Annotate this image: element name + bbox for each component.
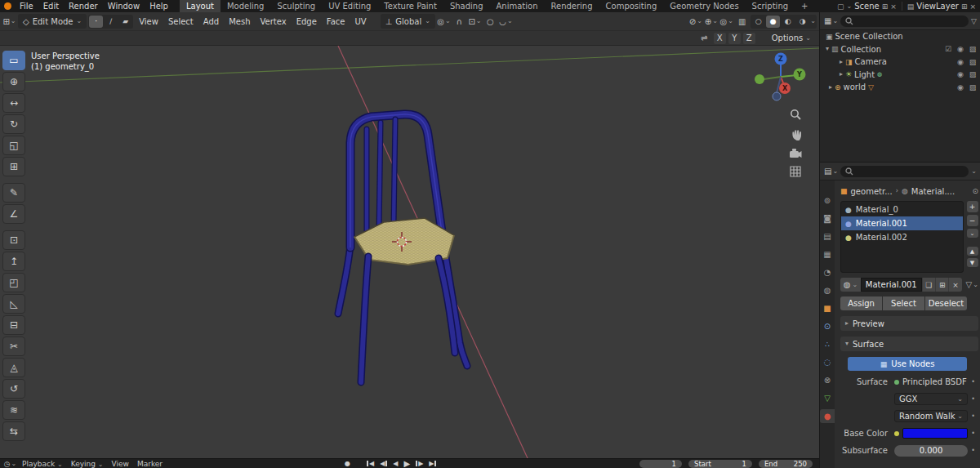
menu-timeline-view[interactable]: View	[109, 460, 132, 468]
move-slot-up-button[interactable]: ▲	[967, 247, 978, 256]
outliner-row-light[interactable]: ▸ ☀ Light ◍ ◉ ▨	[820, 69, 980, 82]
mode-selector[interactable]: ◇ Edit Mode ⌄	[18, 14, 87, 29]
tab-world[interactable]: ◍	[820, 283, 835, 297]
workspace-tab-compositing[interactable]: Compositing	[599, 0, 664, 12]
new-viewlayer-icon[interactable]: ⊞	[961, 2, 968, 11]
cursor-tool[interactable]: ⊕	[2, 72, 25, 91]
measure-tool[interactable]: ∠	[2, 204, 25, 224]
unlink-button[interactable]: ×	[948, 278, 961, 292]
viewlayer-selector[interactable]: ViewLayer	[916, 2, 959, 11]
pan-hand-button[interactable]	[786, 124, 805, 144]
select-button[interactable]: Select	[883, 296, 924, 310]
current-frame-field[interactable]: 1	[639, 460, 682, 468]
prev-keyframe-button[interactable]: ◀	[380, 460, 387, 467]
menu-file[interactable]: File	[15, 0, 38, 12]
solid-shading-button[interactable]: ●	[766, 16, 780, 28]
scene-icon[interactable]: ▢	[837, 2, 844, 11]
visibility-dropdown-button[interactable]: ⊘⌄	[688, 15, 702, 29]
next-keyframe-button[interactable]: ▶	[416, 460, 423, 467]
menu-view[interactable]: View	[135, 17, 163, 26]
workspace-tab-animation[interactable]: Animation	[490, 0, 545, 12]
extrude-region-tool[interactable]: ↥	[2, 252, 25, 271]
new-scene-icon[interactable]: ⊞	[882, 2, 889, 11]
hide-eye-icon[interactable]: ◉	[956, 58, 965, 66]
material-preview-button[interactable]: ◐	[781, 16, 795, 28]
outliner-row-collection[interactable]: ▾ ▥ Collection ☑ ◉ ▨	[820, 43, 980, 56]
play-reverse-button[interactable]: ◀	[393, 460, 398, 467]
assign-button[interactable]: Assign	[840, 296, 882, 310]
blender-logo-icon[interactable]	[0, 0, 15, 12]
remove-slot-button[interactable]: −	[967, 215, 978, 226]
transform-orientation-selector[interactable]: ⊥ Global ⌄	[381, 14, 435, 29]
disable-render-icon[interactable]: ▨	[968, 70, 978, 78]
move-slot-down-button[interactable]: ▼	[967, 258, 978, 267]
menu-uv[interactable]: UV	[350, 17, 370, 26]
bevel-tool[interactable]: ◺	[2, 294, 25, 314]
tab-modifiers[interactable]: ⊙	[820, 319, 835, 333]
proportional-edit-button[interactable]: ○	[483, 15, 497, 29]
wireframe-shading-button[interactable]: ○	[751, 16, 765, 28]
base-color-swatch[interactable]	[902, 428, 968, 439]
rotate-tool[interactable]: ↻	[2, 114, 25, 134]
expand-arrow-icon[interactable]: ▾	[826, 46, 829, 52]
add-slot-button[interactable]: +	[967, 201, 978, 212]
decorator-dot[interactable]: •	[968, 447, 978, 454]
end-frame-field[interactable]: End 250	[759, 460, 813, 468]
zoom-button[interactable]	[786, 105, 805, 124]
properties-editor-type-button[interactable]: ▤⌄	[824, 165, 838, 177]
gizmo-axis-neg-y[interactable]	[755, 74, 764, 84]
workspace-tab-uv-editing[interactable]: UV Editing	[322, 0, 377, 12]
jump-start-button[interactable]: ◀	[367, 460, 374, 467]
tab-object[interactable]: ■	[820, 301, 835, 315]
preview-panel-header[interactable]: ▸ Preview	[840, 316, 978, 331]
editor-type-button[interactable]: ⊞⌄	[2, 15, 16, 29]
outliner-row-scene-collection[interactable]: ▣ Scene Collection	[820, 30, 980, 43]
chair-mesh[interactable]	[338, 114, 467, 382]
menu-keying[interactable]: Keying ⌄	[68, 460, 107, 468]
use-nodes-button[interactable]: ▦ Use Nodes	[848, 357, 967, 371]
move-tool[interactable]: ↔	[2, 93, 25, 113]
material-slot-row[interactable]: ● Material.002	[841, 230, 963, 244]
decorator-dot[interactable]: •	[968, 395, 978, 403]
workspace-tab-layout[interactable]: Layout	[180, 0, 220, 12]
workspace-tab-scripting[interactable]: Scripting	[746, 0, 795, 12]
disable-render-icon[interactable]: ▨	[968, 45, 978, 53]
hide-eye-icon[interactable]: ◉	[956, 70, 965, 78]
workspace-tab-modeling[interactable]: Modeling	[220, 0, 271, 12]
mirror-y-button[interactable]: Y	[728, 33, 741, 44]
tab-scene[interactable]: ◔	[820, 265, 835, 279]
navigation-gizmo[interactable]: Z Y X	[755, 53, 806, 101]
menu-help[interactable]: Help	[145, 0, 173, 12]
distribution-dropdown[interactable]: GGX ⌄	[894, 393, 968, 405]
material-name-field[interactable]: Material.001	[861, 278, 922, 292]
filter-group[interactable]: ▽ ⌄	[966, 280, 978, 289]
breadcrumb-object[interactable]: geometr...	[851, 187, 893, 196]
mirror-z-button[interactable]: Z	[743, 33, 755, 44]
menu-render[interactable]: Render	[64, 0, 103, 12]
subsurface-value-field[interactable]: 0.000	[894, 445, 968, 457]
workspace-tab-shading[interactable]: Shading	[443, 0, 490, 12]
jump-end-button[interactable]: ▶	[429, 460, 436, 467]
timeline-editor-type-button[interactable]: ◷⌄	[3, 459, 17, 468]
workspace-tab-geometry-nodes[interactable]: Geometry Nodes	[663, 0, 745, 12]
tab-constraints[interactable]: ⊗	[820, 373, 835, 387]
menu-mesh[interactable]: Mesh	[225, 17, 254, 26]
outliner-row-world[interactable]: ▸ ⊛ world ▽ ◉ ▨	[820, 81, 980, 94]
smooth-tool[interactable]: ≋	[2, 400, 25, 420]
decorator-dot[interactable]: •	[968, 378, 978, 386]
tab-output[interactable]: ▤	[820, 230, 835, 243]
filter-icon[interactable]: ▽	[971, 17, 977, 25]
viewport-3d[interactable]: Z Y X User Perspective (1) geometry_0	[0, 46, 819, 458]
spin-tool[interactable]: ↺	[2, 379, 25, 399]
menu-playback[interactable]: Playback ⌄	[19, 460, 66, 468]
outliner-row-camera[interactable]: ▸ ◨ Camera ◉ ▨	[820, 56, 980, 69]
edge-select-button[interactable]: ∕	[104, 16, 118, 28]
rendered-shading-button[interactable]: ◑	[795, 16, 809, 28]
gizmos-dropdown-button[interactable]: ⊕⌄	[704, 15, 718, 29]
options-button[interactable]: Options ⌄	[768, 33, 814, 42]
inset-faces-tool[interactable]: ◰	[2, 273, 25, 292]
poly-build-tool[interactable]: ◬	[2, 358, 25, 377]
decorator-dot[interactable]: •	[968, 412, 978, 420]
disable-render-icon[interactable]: ▨	[968, 58, 978, 66]
tab-view-layer[interactable]: ▦	[820, 247, 835, 261]
